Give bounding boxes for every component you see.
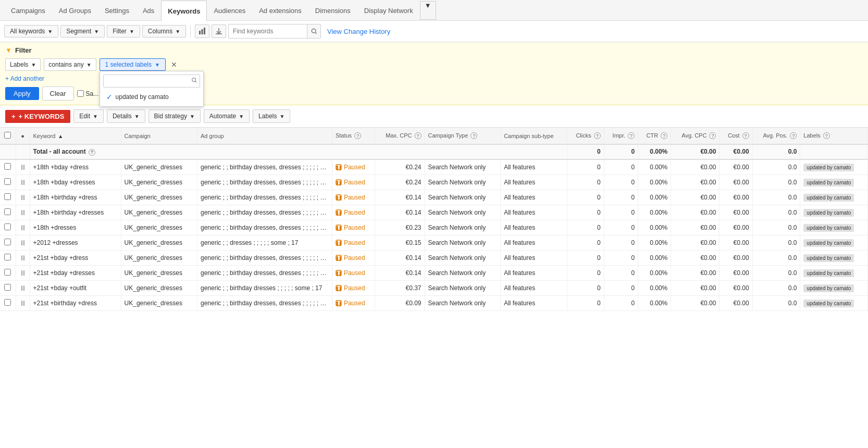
row-checkbox[interactable]: [4, 269, 11, 276]
row-cost: €0.00: [720, 159, 752, 175]
row-clicks: 0: [567, 265, 604, 280]
row-status: ▌▌ Paused: [332, 190, 375, 205]
row-max-cpc: €0.24: [375, 175, 425, 190]
row-avg-pos: 0.0: [752, 159, 800, 175]
row-clicks: 0: [567, 190, 604, 205]
bid-strategy-label: Bid strategy: [154, 113, 187, 120]
contains-any-select[interactable]: contains any ▼: [44, 58, 96, 71]
columns-label: Columns: [148, 28, 172, 35]
pause-icon[interactable]: ⏸: [19, 254, 27, 262]
row-checkbox[interactable]: [4, 208, 11, 215]
select-all-header: [0, 128, 16, 144]
tab-ad-extensions[interactable]: Ad extensions: [252, 0, 308, 21]
add-keywords-button[interactable]: + + KEYWORDS: [5, 110, 70, 123]
pause-icon[interactable]: ⏸: [19, 208, 27, 217]
pause-icon[interactable]: ⏸: [19, 284, 27, 292]
save-checkbox[interactable]: [77, 90, 84, 97]
view-change-history-link[interactable]: View Change History: [323, 26, 394, 38]
row-checkbox[interactable]: [4, 284, 11, 291]
row-impr: 0: [604, 295, 638, 310]
all-keywords-dropdown[interactable]: All keywords ▼: [4, 25, 58, 38]
table-header-row: ● Keyword ▲ Campaign Ad group Status ? M: [0, 128, 868, 144]
row-checkbox[interactable]: [4, 193, 11, 200]
automate-dropdown[interactable]: Automate ▼: [204, 109, 250, 123]
cost-header: Cost ?: [720, 128, 752, 144]
row-checkbox-cell: [0, 250, 16, 265]
tab-dimensions[interactable]: Dimensions: [308, 0, 357, 21]
row-cost: €0.00: [720, 250, 752, 265]
row-status: ▌▌ Paused: [332, 235, 375, 250]
row-keyword: +18th +bday +dress: [30, 159, 121, 175]
more-tabs-button[interactable]: ▼: [420, 1, 436, 20]
row-ctr: 0.00%: [638, 159, 671, 175]
search-input[interactable]: [229, 26, 307, 37]
dropdown-search-input[interactable]: [104, 76, 188, 87]
contains-any-chevron-icon: ▼: [86, 62, 92, 68]
row-checkbox[interactable]: [4, 299, 11, 306]
pause-icon[interactable]: ⏸: [19, 239, 27, 247]
label-tag: updated by camato: [803, 194, 854, 202]
tab-campaigns[interactable]: Campaigns: [4, 0, 52, 21]
row-cost: €0.00: [720, 175, 752, 190]
row-checkbox[interactable]: [4, 239, 11, 245]
pause-icon[interactable]: ⏸: [19, 178, 27, 186]
apply-button[interactable]: Apply: [5, 87, 39, 100]
download-icon-button[interactable]: [212, 24, 226, 38]
max-cpc-header: Max. CPC ?: [375, 128, 425, 144]
row-ctr: 0.00%: [638, 250, 671, 265]
tab-display-network[interactable]: Display Network: [357, 0, 420, 21]
paused-label: Paused: [344, 194, 365, 201]
bid-strategy-dropdown[interactable]: Bid strategy ▼: [148, 109, 201, 123]
tab-ad-groups[interactable]: Ad Groups: [52, 0, 98, 21]
select-all-checkbox[interactable]: [4, 132, 11, 139]
filter-dropdown[interactable]: Filter ▼: [107, 25, 140, 38]
pause-icon[interactable]: ⏸: [19, 193, 27, 202]
row-campaign-type: Search Network only: [425, 250, 501, 265]
tab-audiences[interactable]: Audiences: [207, 0, 252, 21]
clear-x-button[interactable]: ✕: [169, 60, 179, 69]
row-checkbox[interactable]: [4, 163, 11, 170]
pause-icon[interactable]: ⏸: [19, 163, 27, 171]
row-impr: 0: [604, 250, 638, 265]
tab-settings[interactable]: Settings: [98, 0, 136, 21]
clear-button[interactable]: Clear: [42, 86, 74, 101]
paused-label: Paused: [344, 164, 365, 171]
add-another-link[interactable]: + Add another: [5, 75, 44, 82]
row-status: ▌▌ Paused: [332, 280, 375, 295]
paused-icon: ▌▌: [336, 209, 342, 216]
labels-select[interactable]: Labels ▼: [5, 58, 41, 71]
edit-dropdown[interactable]: Edit ▼: [73, 109, 104, 123]
row-campaign: UK_generic_dresses: [121, 265, 197, 280]
row-status: ▌▌ Paused: [332, 205, 375, 220]
chart-icon-button[interactable]: [195, 24, 209, 38]
details-dropdown[interactable]: Details ▼: [107, 109, 145, 123]
tab-ads[interactable]: Ads: [136, 0, 161, 21]
labels-header: Labels ?: [800, 128, 868, 144]
status-paused-badge: ▌▌ Paused: [336, 269, 371, 277]
pause-icon[interactable]: ⏸: [19, 299, 27, 307]
row-checkbox[interactable]: [4, 178, 11, 185]
row-checkbox[interactable]: [4, 254, 11, 260]
row-max-cpc: €0.23: [375, 220, 425, 235]
row-campaign: UK_generic_dresses: [121, 295, 197, 310]
columns-dropdown[interactable]: Columns ▼: [142, 25, 186, 38]
segment-dropdown[interactable]: Segment ▼: [60, 25, 105, 38]
tab-keywords[interactable]: Keywords: [161, 1, 207, 21]
dropdown-option-camato[interactable]: ✓ updated by camato: [103, 91, 200, 103]
row-campaign-sub-type: All features: [501, 190, 567, 205]
row-checkbox[interactable]: [4, 223, 11, 230]
labels-dropdown-btn[interactable]: Labels ▼: [253, 109, 290, 123]
status-dot-icon: ●: [21, 133, 24, 139]
total-labels: [800, 144, 868, 159]
keyword-header[interactable]: Keyword ▲: [30, 128, 121, 144]
pause-icon[interactable]: ⏸: [19, 269, 27, 277]
pause-icon[interactable]: ⏸: [19, 223, 27, 232]
row-impr: 0: [604, 175, 638, 190]
row-pause-cell: ⏸: [16, 220, 30, 235]
paused-label: Paused: [344, 284, 365, 292]
search-button[interactable]: [307, 24, 320, 38]
ad-group-header: Ad group: [197, 128, 332, 144]
labels-btn-label: Labels: [258, 113, 277, 120]
row-checkbox-cell: [0, 205, 16, 220]
selected-labels-button[interactable]: 1 selected labels ▼: [100, 58, 166, 71]
